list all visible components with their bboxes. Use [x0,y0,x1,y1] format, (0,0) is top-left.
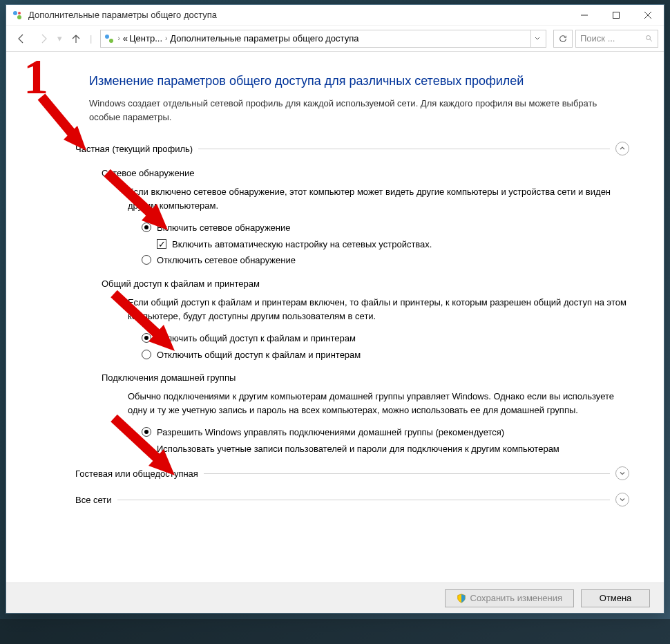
section-label: Все сети [75,495,112,505]
chevron-right-icon: › [164,35,169,42]
option-label: Отключить сетевое обнаружение [157,254,296,267]
footer: Сохранить изменения Отмена [6,583,664,613]
section-header-guest[interactable]: Гостевая или общедоступная [75,465,629,482]
forward-button[interactable] [34,29,53,48]
option-label: Разрешить Windows управлять подключениям… [157,426,504,439]
radio-fileshare-off[interactable]: Отключить общий доступ к файлам и принте… [142,348,629,362]
option-group: Разрешить Windows управлять подключениям… [142,426,629,455]
window-title: Дополнительные параметры общего доступа [28,10,568,20]
divider [204,473,610,474]
radio-icon [142,427,151,437]
section-header-all[interactable]: Все сети [75,491,629,508]
svg-rect-4 [613,12,620,18]
option-group: Включить общий доступ к файлам и принтер… [142,332,629,361]
subsection-fileshare: Общий доступ к файлам и принтерам Если о… [102,278,629,361]
chevron-up-icon[interactable] [615,142,629,155]
button-label: Сохранить изменения [470,593,563,603]
radio-icon [142,350,151,359]
radio-icon [142,222,151,232]
chevron-down-icon[interactable] [615,493,629,506]
window-controls [568,5,664,26]
breadcrumb-item[interactable]: « [123,33,128,44]
option-label: Включить сетевое обнаружение [157,221,291,235]
breadcrumb[interactable]: › « Центр... › Дополнительные параметры … [100,30,546,48]
page-title: Изменение параметров общего доступа для … [89,74,629,88]
back-button[interactable] [12,29,31,48]
section-label: Гостевая или общедоступная [75,468,198,479]
divider [198,149,610,149]
svg-point-0 [13,11,17,15]
radio-discovery-on[interactable]: Включить сетевое обнаружение [142,221,629,235]
nav-separator: | [90,33,92,44]
option-label: Включить автоматическую настройку на сет… [172,238,432,252]
svg-point-9 [647,35,651,39]
option-label: Использовать учетные записи пользователе… [157,442,559,456]
page-description: Windows создает отдельный сетевой профил… [89,97,629,124]
button-label: Отмена [600,593,632,603]
breadcrumb-item[interactable]: Дополнительные параметры общего доступа [170,33,358,44]
breadcrumb-item[interactable]: Центр... [129,33,162,44]
radio-fileshare-on[interactable]: Включить общий доступ к файлам и принтер… [142,332,629,345]
subsection-title: Подключения домашней группы [102,372,629,383]
subsection-homegroup: Подключения домашней группы Обычно подкл… [102,372,629,455]
nav-separator: ▾ [57,33,62,44]
radio-discovery-off[interactable]: Отключить сетевое обнаружение [142,254,629,267]
radio-homegroup-user[interactable]: Использовать учетные записи пользователе… [142,442,629,456]
titlebar: Дополнительные параметры общего доступа [6,5,664,26]
divider [117,500,610,500]
svg-point-1 [17,15,21,19]
svg-point-8 [109,39,113,43]
section-private: Частная (текущий профиль) Сетевое обнару… [75,140,629,455]
option-group: Включить сетевое обнаружение Включить ав… [142,221,629,267]
option-label: Включить общий доступ к файлам и принтер… [157,332,356,345]
option-label: Отключить общий доступ к файлам и принте… [157,348,361,362]
section-label: Частная (текущий профиль) [75,144,193,154]
section-guest: Гостевая или общедоступная [75,465,629,482]
section-all-networks: Все сети [75,491,629,508]
radio-icon [142,333,151,343]
cancel-button[interactable]: Отмена [581,589,650,607]
radio-homegroup-windows[interactable]: Разрешить Windows управлять подключениям… [142,426,629,439]
chevron-down-icon[interactable] [615,466,629,480]
radio-icon [142,444,151,453]
app-icon [12,10,23,21]
breadcrumb-dropdown[interactable] [530,30,543,47]
window: Дополнительные параметры общего доступа … [6,4,664,614]
subsection-desc: Обычно подключениями к другим компьютера… [128,390,629,417]
navbar: ▾ | › « Центр... › Дополнительные параме… [6,26,664,52]
close-button[interactable] [632,5,664,26]
svg-point-2 [18,12,21,15]
save-button[interactable]: Сохранить изменения [445,589,575,607]
subsection-title: Сетевое обнаружение [102,168,629,178]
minimize-button[interactable] [568,5,600,26]
checkbox-icon [157,239,166,249]
subsection-title: Общий доступ к файлам и принтерам [102,278,629,289]
maximize-button[interactable] [600,5,632,26]
refresh-button[interactable] [553,30,573,48]
subsection-discovery: Сетевое обнаружение Если включено сетево… [102,168,629,267]
content-area: Изменение параметров общего доступа для … [6,52,664,583]
section-header-private[interactable]: Частная (текущий профиль) [75,140,629,157]
breadcrumb-icon [104,33,115,44]
svg-line-10 [650,39,652,41]
chevron-right-icon: › [116,35,121,42]
up-button[interactable] [66,29,86,48]
svg-point-7 [105,35,109,39]
search-placeholder: Поиск ... [580,33,615,44]
shield-icon [457,594,466,603]
taskbar [0,619,670,644]
subsection-desc: Если включено сетевое обнаружение, этот … [128,185,629,213]
subsection-desc: Если общий доступ к файлам и принтерам в… [128,296,629,323]
search-input[interactable]: Поиск ... [575,30,658,48]
radio-icon [142,255,151,265]
checkbox-auto-setup[interactable]: Включить автоматическую настройку на сет… [157,238,629,252]
